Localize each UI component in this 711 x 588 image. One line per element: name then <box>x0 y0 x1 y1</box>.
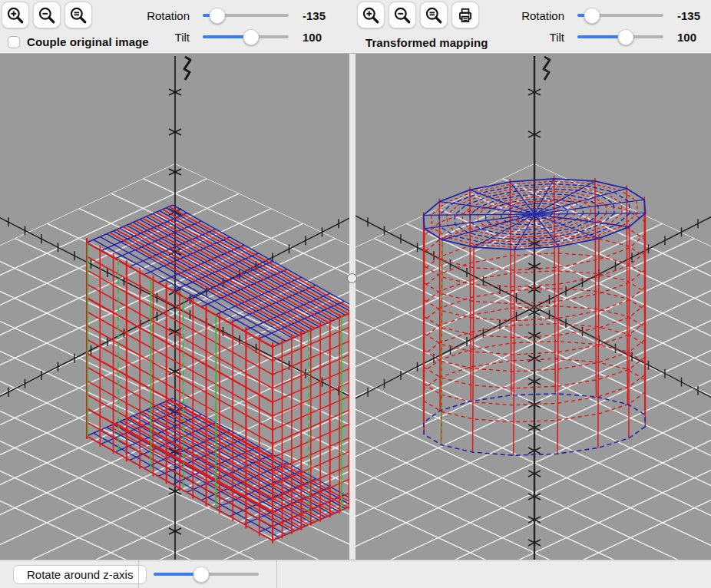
zoom-out-button[interactable] <box>389 2 416 28</box>
print-button[interactable] <box>451 2 479 28</box>
tilt-value-left: 100 <box>303 31 333 44</box>
printer-icon <box>456 6 475 25</box>
slider-thumb[interactable] <box>243 29 259 45</box>
viewport <box>0 54 711 560</box>
rotation-value-right: -135 <box>677 9 708 22</box>
zoom-button-group-right <box>357 2 479 28</box>
splitter-handle[interactable] <box>347 273 357 283</box>
couple-original-row: Couple original image <box>8 35 149 48</box>
magnifier-plus-icon <box>6 6 25 25</box>
image-mapping-app: Couple original image Rotation -135 Tilt <box>0 0 711 588</box>
tilt-row-left: Tilt 100 <box>142 28 333 45</box>
slider-thumb[interactable] <box>193 567 209 583</box>
original-image-3d-view[interactable] <box>0 54 349 560</box>
magnifier-equals-icon <box>69 6 88 25</box>
top-toolbar: Couple original image Rotation -135 Tilt <box>0 0 711 54</box>
tilt-slider-left[interactable] <box>203 28 289 45</box>
tilt-value-right: 100 <box>677 31 708 44</box>
bottom-bar-divider <box>276 560 277 588</box>
tilt-label: Tilt <box>517 31 564 44</box>
rotate-around-z-axis-button[interactable]: Rotate around z-axis <box>13 565 147 584</box>
rotation-label: Rotation <box>517 9 564 22</box>
transformed-mapping-3d-view[interactable] <box>356 54 711 560</box>
slider-thumb[interactable] <box>617 29 633 45</box>
magnifier-minus-icon <box>38 6 56 25</box>
slider-thumb[interactable] <box>584 8 600 24</box>
magnifier-minus-icon <box>393 6 412 25</box>
toolbar-original: Couple original image Rotation -135 Tilt <box>0 0 349 53</box>
zoom-in-button[interactable] <box>2 2 29 28</box>
zoom-out-button[interactable] <box>33 2 61 28</box>
rotation-row-right: Rotation -135 <box>517 7 708 24</box>
z-rotation-slider[interactable] <box>154 566 259 583</box>
transformed-mapping-label: Transformed mapping <box>365 36 488 49</box>
tilt-slider-right[interactable] <box>577 28 663 45</box>
tilt-label: Tilt <box>142 31 190 44</box>
z-rotation-slider-wrap <box>154 566 259 583</box>
rotation-slider-right[interactable] <box>577 7 663 24</box>
zoom-reset-button[interactable] <box>64 2 92 28</box>
rotation-row-left: Rotation -135 <box>142 7 333 24</box>
zoom-button-group-left <box>2 2 92 28</box>
magnifier-equals-icon <box>425 6 443 25</box>
magnifier-plus-icon <box>362 6 380 25</box>
slider-thumb[interactable] <box>210 8 226 24</box>
bottom-bar: Rotate around z-axis <box>0 560 711 588</box>
rotation-label: Rotation <box>142 9 190 22</box>
zoom-reset-button[interactable] <box>420 2 448 28</box>
tilt-row-right: Tilt 100 <box>517 28 708 45</box>
bottom-bar-divider <box>138 560 139 588</box>
rotation-value-left: -135 <box>303 9 333 22</box>
couple-original-label: Couple original image <box>27 35 149 48</box>
rotation-slider-left[interactable] <box>203 7 289 24</box>
panel-splitter[interactable] <box>349 54 356 560</box>
couple-original-checkbox[interactable] <box>8 36 20 48</box>
zoom-in-button[interactable] <box>357 2 385 28</box>
toolbar-transformed: Transformed mapping Rotation -135 Tilt 1… <box>356 0 711 53</box>
